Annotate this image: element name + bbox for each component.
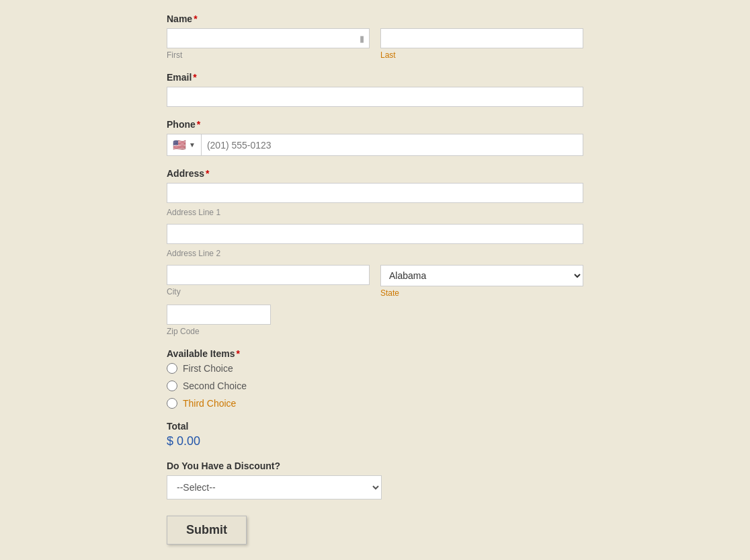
radio-item-first: First Choice [167, 363, 583, 374]
zip-col: Zip Code [167, 305, 271, 336]
available-items-group: Available Items* First Choice Second Cho… [167, 348, 583, 409]
email-input[interactable] [167, 87, 583, 107]
city-input[interactable] [167, 265, 370, 285]
second-choice-radio[interactable] [167, 381, 177, 391]
radio-item-second: Second Choice [167, 381, 583, 391]
first-choice-label[interactable]: First Choice [183, 363, 233, 374]
city-label: City [167, 287, 370, 296]
total-label: Total [167, 421, 583, 432]
city-state-row: City Alabama Alaska Arizona Arkansas Cal… [167, 265, 583, 298]
address-line1-label: Address Line 1 [167, 208, 583, 217]
state-select[interactable]: Alabama Alaska Arizona Arkansas Californ… [380, 265, 583, 286]
discount-label: Do You Have a Discount? [167, 461, 583, 471]
total-section: Total $ 0.00 [167, 421, 583, 448]
last-name-label: Last [380, 50, 583, 60]
form-container: Name* ▮ First Last Email* Phone* [140, 0, 610, 560]
first-name-wrapper: ▮ [167, 28, 370, 48]
address-label: Address* [167, 168, 583, 179]
phone-required-star: * [197, 119, 200, 130]
address-group: Address* Address Line 1 Address Line 2 C… [167, 168, 583, 336]
name-required-star: * [194, 13, 197, 24]
address-line1-input[interactable] [167, 183, 583, 203]
address-line2-input[interactable] [167, 224, 583, 244]
phone-label-text: Phone [167, 119, 196, 130]
name-group: Name* ▮ First Last [167, 13, 583, 60]
second-choice-label[interactable]: Second Choice [183, 381, 247, 391]
phone-wrapper: 🇺🇸 ▼ [167, 134, 583, 156]
submit-button[interactable]: Submit [167, 516, 247, 545]
discount-section: Do You Have a Discount? --Select-- Yes N… [167, 461, 583, 499]
phone-dropdown-arrow-icon: ▼ [189, 141, 196, 149]
state-col: Alabama Alaska Arizona Arkansas Californ… [380, 265, 583, 298]
email-group: Email* [167, 72, 583, 107]
last-name-col: Last [380, 28, 583, 60]
name-row: ▮ First Last [167, 28, 583, 60]
address-required-star: * [206, 168, 209, 179]
phone-label: Phone* [167, 119, 583, 130]
address-line2-label: Address Line 2 [167, 249, 583, 258]
available-items-label-text: Available Items [167, 348, 235, 359]
radio-item-third: Third Choice [167, 398, 583, 409]
third-choice-radio[interactable] [167, 398, 177, 409]
phone-country-button[interactable]: 🇺🇸 ▼ [167, 134, 202, 155]
email-required-star: * [193, 72, 196, 83]
email-label: Email* [167, 72, 583, 83]
us-flag-icon: 🇺🇸 [173, 138, 186, 151]
first-name-col: ▮ First [167, 28, 370, 60]
last-name-input[interactable] [380, 28, 583, 48]
phone-group: Phone* 🇺🇸 ▼ [167, 119, 583, 156]
discount-select[interactable]: --Select-- Yes No [167, 475, 382, 499]
zip-label: Zip Code [167, 327, 271, 336]
available-items-label: Available Items* [167, 348, 583, 359]
email-label-text: Email [167, 72, 192, 83]
third-choice-label[interactable]: Third Choice [183, 398, 236, 409]
address-label-text: Address [167, 168, 204, 179]
first-choice-radio[interactable] [167, 363, 177, 374]
person-icon: ▮ [360, 34, 364, 44]
state-label: State [380, 288, 583, 298]
name-label-text: Name [167, 13, 192, 24]
first-name-input[interactable] [167, 28, 370, 48]
zip-input[interactable] [167, 305, 271, 325]
first-name-label: First [167, 50, 370, 60]
radio-group: First Choice Second Choice Third Choice [167, 363, 583, 409]
total-amount: $ 0.00 [167, 434, 583, 448]
phone-input[interactable] [202, 136, 583, 155]
city-col: City [167, 265, 370, 296]
available-items-required-star: * [236, 348, 239, 359]
name-label: Name* [167, 13, 583, 24]
